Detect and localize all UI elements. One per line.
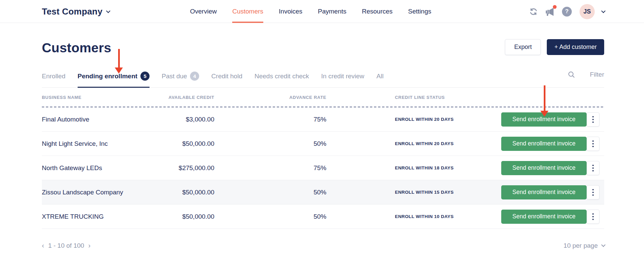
available-credit: $50,000.00 [135, 189, 214, 196]
business-name: Zissou Landscape Company [42, 189, 135, 196]
avatar[interactable]: JS [580, 4, 595, 19]
advance-rate: 75% [214, 116, 326, 123]
business-name: Night Light Service, Inc [42, 140, 135, 147]
top-navigation-bar: Test Company Overview Customers Invoices… [0, 0, 644, 23]
annotation-arrow-pending-tab [115, 49, 123, 74]
col-advance-rate: ADVANCE RATE [214, 95, 326, 100]
main-nav: Overview Customers Invoices Payments Res… [190, 0, 431, 23]
send-enrollment-invoice-button[interactable]: Send enrollment invoice [501, 161, 587, 175]
row-kebab-menu[interactable] [587, 161, 599, 175]
business-name: North Gateway LEDs [42, 164, 135, 172]
send-enrollment-invoice-button[interactable]: Send enrollment invoice [501, 137, 587, 151]
per-page-select[interactable]: 10 per page [564, 242, 604, 249]
topbar-icons: ? JS [529, 0, 604, 23]
business-name: XTREME TRUCKING [42, 213, 135, 220]
table-row: Final Automotive $3,000.00 75% ENROLL WI… [42, 107, 604, 132]
business-name: Final Automotive [42, 116, 135, 123]
available-credit: $50,000.00 [135, 213, 214, 220]
pending-count-badge: 5 [140, 72, 150, 81]
pagination-range: 1 - 10 of 100 [48, 242, 84, 249]
send-enrollment-invoice-button[interactable]: Send enrollment invoice [501, 185, 587, 199]
table-row: North Gateway LEDs $275,000.00 75% ENROL… [42, 156, 604, 180]
tab-credit-hold[interactable]: Credit hold [211, 70, 242, 87]
available-credit: $275,000.00 [135, 164, 214, 172]
company-name: Test Company [42, 6, 103, 17]
account-chevron-down-icon[interactable] [601, 9, 606, 13]
table-row: Night Light Service, Inc $50,000.00 50% … [42, 132, 604, 156]
export-button[interactable]: Export [505, 39, 541, 55]
row-kebab-menu[interactable] [587, 137, 599, 151]
advance-rate: 50% [214, 213, 326, 220]
col-credit-line-status: CREDIT LINE STATUS [326, 95, 501, 100]
tab-needs-credit-check[interactable]: Needs credit check [254, 70, 309, 87]
pagination: ‹ 1 - 10 of 100 › 10 per page [42, 242, 604, 249]
nav-item-customers[interactable]: Customers [232, 0, 263, 23]
content-area: Customers Export + Add customer Enrolled… [42, 23, 604, 249]
advance-rate: 50% [214, 140, 326, 147]
help-icon[interactable]: ? [562, 7, 572, 17]
prev-page-icon[interactable]: ‹ [42, 242, 44, 249]
next-page-icon[interactable]: › [88, 242, 90, 249]
credit-line-status: ENROLL WITHIN 18 DAYS [326, 165, 501, 170]
nav-item-payments[interactable]: Payments [318, 0, 346, 23]
nav-item-invoices[interactable]: Invoices [279, 0, 302, 23]
page-actions: Export + Add customer [505, 39, 604, 55]
row-kebab-menu[interactable] [587, 185, 599, 199]
nav-item-overview[interactable]: Overview [190, 0, 217, 23]
credit-line-status: ENROLL WITHIN 20 DAYS [326, 141, 501, 146]
table-header: BUSINESS NAME AVAILABLE CREDIT ADVANCE R… [42, 88, 604, 107]
tab-in-credit-review[interactable]: In credit review [321, 70, 365, 87]
send-enrollment-invoice-button[interactable]: Send enrollment invoice [501, 210, 587, 224]
tab-pending-enrollment[interactable]: Pending enrollment 5 [78, 70, 150, 87]
add-customer-button[interactable]: + Add customer [547, 39, 604, 55]
row-kebab-menu[interactable] [587, 112, 599, 127]
row-kebab-menu[interactable] [587, 210, 599, 224]
credit-line-status: ENROLL WITHIN 10 DAYS [326, 214, 501, 219]
page-header: Customers Export + Add customer [42, 40, 604, 58]
per-page-chevron-down-icon [601, 243, 606, 247]
advance-rate: 50% [214, 189, 326, 196]
customers-page: Test Company Overview Customers Invoices… [0, 0, 644, 270]
col-available-credit: AVAILABLE CREDIT [135, 95, 214, 100]
filter-button[interactable]: Filter [590, 71, 604, 78]
advance-rate: 75% [214, 164, 326, 172]
available-credit: $50,000.00 [135, 140, 214, 147]
company-switcher[interactable]: Test Company [42, 0, 109, 23]
search-icon[interactable] [568, 71, 575, 78]
announcements-megaphone-icon[interactable] [544, 6, 556, 17]
col-business-name: BUSINESS NAME [42, 95, 135, 100]
customer-tabs: Enrolled Pending enrollment 5 Past due 4… [42, 70, 604, 88]
table-row: Zissou Landscape Company $50,000.00 50% … [42, 180, 604, 205]
tab-enrolled[interactable]: Enrolled [42, 70, 65, 87]
nav-item-resources[interactable]: Resources [362, 0, 393, 23]
available-credit: $3,000.00 [135, 116, 214, 123]
table-row: XTREME TRUCKING $50,000.00 50% ENROLL WI… [42, 205, 604, 229]
chevron-down-icon [106, 9, 110, 13]
sync-icon[interactable] [529, 7, 538, 16]
annotation-arrow-send-invoice [540, 85, 548, 117]
tab-past-due[interactable]: Past due 4 [162, 70, 199, 87]
nav-item-settings[interactable]: Settings [408, 0, 431, 23]
credit-line-status: ENROLL WITHIN 20 DAYS [326, 117, 501, 122]
credit-line-status: ENROLL WITHIN 15 DAYS [326, 190, 501, 195]
tab-all[interactable]: All [376, 70, 383, 87]
table-tools: Filter [568, 71, 604, 78]
notification-dot [553, 5, 557, 9]
past-due-count-badge: 4 [190, 72, 199, 81]
